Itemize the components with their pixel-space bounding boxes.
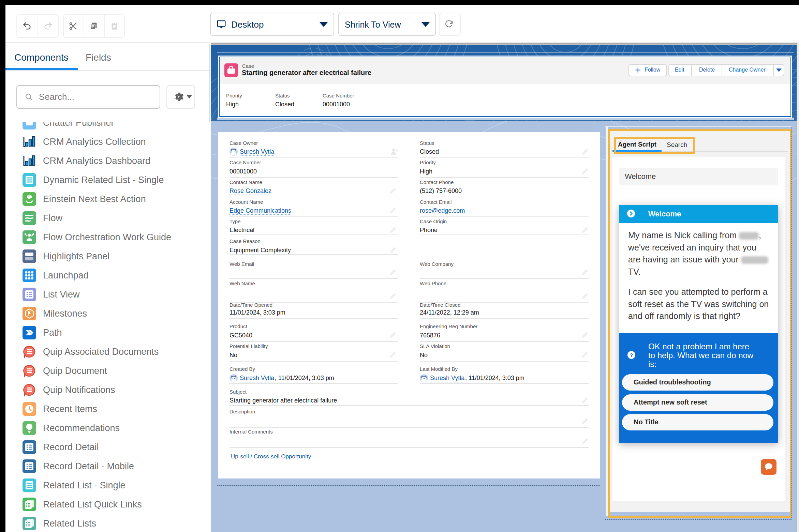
- svg-text:?: ?: [630, 352, 633, 358]
